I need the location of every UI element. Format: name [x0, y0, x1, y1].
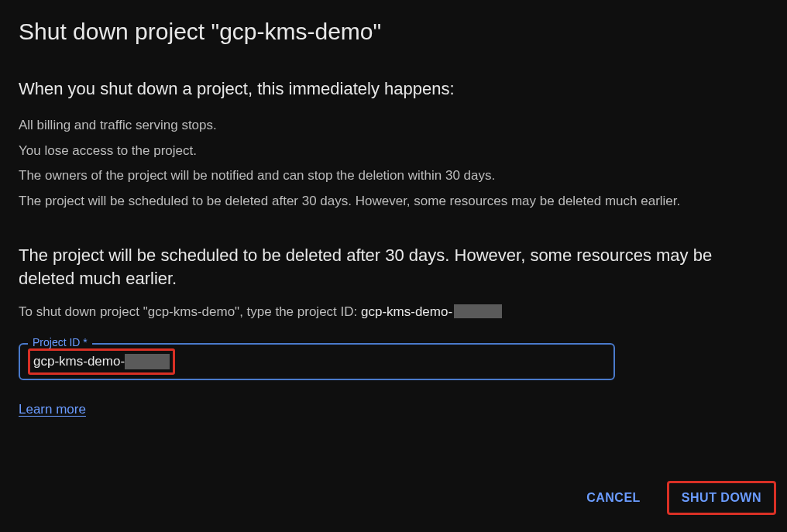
learn-more-link[interactable]: Learn more	[19, 402, 86, 417]
confirm-project-id: gcp-kms-demo-	[361, 304, 452, 319]
input-value-highlight: gcp-kms-demo-	[28, 348, 175, 375]
schedule-heading: The project will be scheduled to be dele…	[19, 244, 768, 290]
consequence-item: All billing and traffic serving stops.	[19, 115, 768, 137]
redacted-input-suffix	[125, 354, 170, 369]
dialog-actions: CANCEL SHUT DOWN	[572, 481, 776, 515]
confirm-prefix-text: To shut down project "gcp-kms-demo", typ…	[19, 304, 361, 319]
dialog-title: Shut down project "gcp-kms-demo"	[19, 19, 768, 45]
consequences-heading: When you shut down a project, this immed…	[19, 77, 768, 101]
consequences-list: All billing and traffic serving stops. Y…	[19, 115, 768, 214]
input-value-text: gcp-kms-demo-	[33, 354, 125, 369]
shutdown-button[interactable]: SHUT DOWN	[667, 481, 776, 515]
consequence-item: The owners of the project will be notifi…	[19, 165, 768, 187]
confirm-instruction: To shut down project "gcp-kms-demo", typ…	[19, 304, 768, 320]
project-id-label: Project ID *	[28, 336, 92, 348]
project-id-input[interactable]: gcp-kms-demo-	[19, 343, 615, 380]
cancel-button[interactable]: CANCEL	[572, 482, 655, 514]
consequence-item: You lose access to the project.	[19, 140, 768, 163]
consequence-item: The project will be scheduled to be dele…	[19, 190, 768, 213]
redacted-suffix	[454, 304, 502, 318]
project-id-field-wrapper: Project ID * gcp-kms-demo-	[19, 343, 615, 380]
